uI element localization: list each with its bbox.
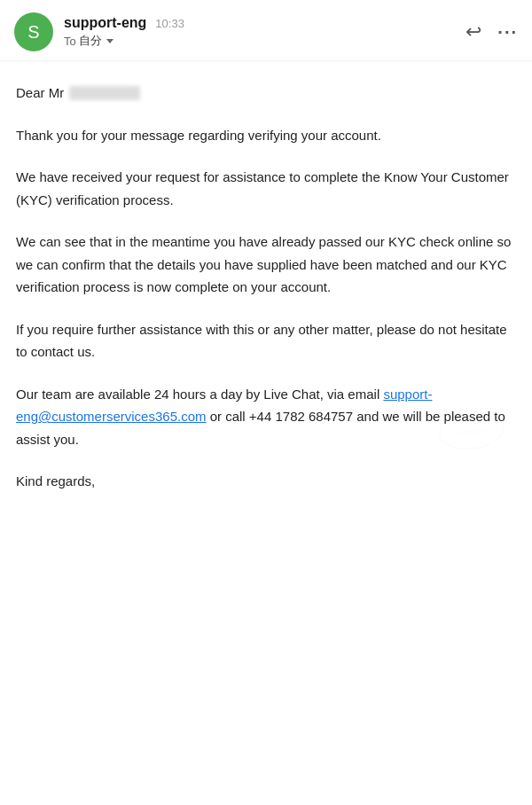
recipient-row[interactable]: To 自分 — [64, 33, 466, 49]
salutation-text: Dear Mr — [16, 82, 64, 105]
salutation: Dear Mr — [16, 82, 516, 105]
paragraph-1: Thank you for your message regarding ver… — [16, 124, 516, 147]
more-options-icon[interactable]: ··· — [497, 22, 518, 43]
paragraph-3: We can see that in the meantime you have… — [16, 231, 516, 299]
reply-icon[interactable]: ↩ — [466, 20, 481, 43]
header-actions: ↩ ··· — [466, 20, 518, 43]
sender-row: support-eng 10:33 — [64, 15, 466, 31]
paragraph-5: Our team are available 24 hours a day by… — [16, 383, 516, 451]
recipient-label: To — [64, 35, 76, 48]
recipient-name: 自分 — [79, 33, 102, 49]
recipient-blurred-name — [69, 86, 140, 100]
email-body: Dear Mr Thank you for your message regar… — [0, 61, 532, 539]
timestamp: 10:33 — [155, 17, 184, 30]
sender-name: support-eng — [64, 15, 146, 31]
paragraph-2: We have received your request for assist… — [16, 166, 516, 211]
watermark-area: Our team are available 24 hours a day by… — [16, 383, 516, 451]
paragraph-6: Kind regards, — [16, 470, 516, 493]
email-header: S support-eng 10:33 To 自分 ↩ ··· — [0, 0, 532, 61]
header-info: support-eng 10:33 To 自分 — [64, 15, 466, 49]
email-link[interactable]: support-eng@customerservices365.com — [16, 387, 432, 425]
chevron-down-icon[interactable] — [106, 39, 113, 43]
avatar: S — [14, 12, 53, 51]
paragraph-4: If you require further assistance with t… — [16, 318, 516, 363]
